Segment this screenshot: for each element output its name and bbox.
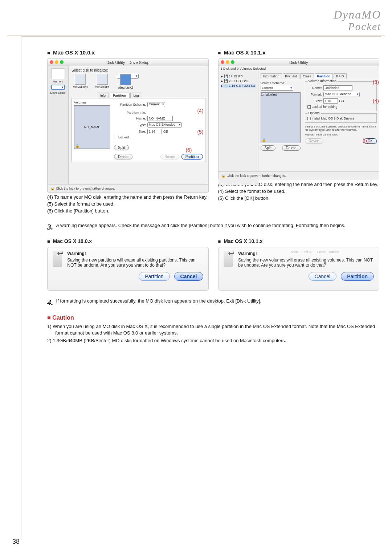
volumes-label: Volumes: [74, 101, 110, 104]
cancel-button[interactable]: Cancel [309, 272, 337, 281]
warning-dialog-100x: Warning! Saving the new partitions will … [47, 247, 209, 291]
brand-line1: DynaMO [334, 8, 381, 21]
callout-5: (5) [197, 129, 203, 135]
page-number: 38 [12, 538, 20, 546]
options-title: Options [307, 111, 321, 115]
zoom-icon[interactable] [231, 60, 234, 64]
screenshot-disk-utility-101x: Disk Utility 1 Disk and 0 Volumes Select… [218, 58, 380, 180]
disk-arrow-icon [224, 251, 233, 267]
tab-info[interactable]: Info [97, 93, 109, 98]
tab-erase[interactable]: Erase [300, 73, 314, 79]
split-button[interactable]: Split [114, 145, 129, 150]
warning-dialog-101x: ationFirst AidEraseartition Warning! Sav… [218, 247, 380, 291]
dialog-body: Saving the new partitions will erase all… [67, 258, 195, 268]
partition-button[interactable]: Partition [341, 272, 374, 281]
dialog-left-heading: ■ Mac OS X 10.0.x [47, 238, 209, 244]
revert-button: Revert [305, 138, 323, 144]
revert-button: Revert [160, 154, 179, 159]
partition-button[interactable]: Partition [181, 154, 203, 159]
window-titlebar: Disk Utility [219, 59, 379, 66]
name-input[interactable]: NO_NAME [147, 116, 173, 121]
step-3: 3. A warning message appears. Check the … [47, 222, 379, 232]
close-icon[interactable] [221, 60, 224, 64]
size-input[interactable]: 1.16 [147, 129, 162, 134]
disk2[interactable]: /dev/disk2 [117, 74, 139, 79]
volume-map[interactable]: Unlabeled🔒 [261, 92, 301, 143]
traffic-lights[interactable] [221, 60, 234, 64]
disk1[interactable]: /dev/disk1 [95, 74, 110, 89]
dialog-right-heading: ■ Mac OS X 10.1.x [218, 238, 380, 244]
tab-partition[interactable]: Partition [110, 93, 130, 98]
sidebar-drivesetup[interactable]: Drive Setup [49, 85, 67, 94]
tab-partition[interactable]: Partition [315, 73, 333, 79]
sidebar-firstaid[interactable]: First Aid [49, 68, 67, 83]
left-steps: (4) To name your MO disk, entering the n… [47, 194, 209, 214]
padlock-icon: 🔓 [221, 174, 225, 178]
hint-text-2: You can initialize this disk. [305, 133, 377, 136]
content-area: ■ Mac OS X 10.0.x Disk Utility - Drive S… [47, 47, 379, 345]
name-input[interactable]: Unlabeled [323, 85, 352, 90]
callout-5: (5) [363, 138, 369, 143]
dialog-title: Warning! [67, 251, 203, 256]
traffic-lights[interactable] [50, 60, 64, 64]
cancel-button[interactable]: Cancel [174, 272, 203, 281]
header-divider [7, 35, 385, 36]
padlock-icon: 🔓 [50, 187, 54, 190]
screenshot-disk-utility-100x: Disk Utility - Drive Setup First Aid Dri… [47, 58, 209, 193]
tab-firstaid[interactable]: First Aid [283, 73, 300, 79]
scheme-select[interactable]: Current [147, 102, 165, 107]
dialog-body: Saving the new volumes will erase all ex… [238, 258, 373, 268]
step-4: 4. If formatting is completed successful… [47, 298, 379, 307]
disk-arrow-icon [53, 251, 62, 267]
brand-line2: Pocket [334, 21, 381, 33]
right-section-heading: ■ Mac OS X 10.1.x [218, 49, 380, 56]
disk0[interactable]: /dev/disk0 [73, 74, 88, 89]
tree-item[interactable]: ▶💾 19.15 GB [221, 74, 256, 78]
callout-6: (6) [185, 147, 192, 153]
install-drivers-checkbox[interactable]: Install Mac OS 9 Disk Drivers [307, 117, 375, 120]
sidebar-header: 1 Disk and 0 Volumes Selected [219, 66, 379, 71]
minimize-icon[interactable] [226, 60, 229, 64]
tree-item[interactable]: ▶💾 7.87 GB IBM- [221, 79, 256, 83]
window-titlebar: Disk Utility - Drive Setup [48, 59, 208, 66]
lock-footer[interactable]: 🔓Click the lock to prevent further chang… [48, 184, 208, 193]
window-title: Disk Utility [289, 60, 308, 65]
left-section-heading: ■ Mac OS X 10.0.x [47, 49, 209, 56]
delete-button[interactable]: Delete [282, 145, 301, 151]
type-select[interactable]: Mac OS Extended [147, 122, 182, 127]
format-select[interactable]: Mac OS Extended [323, 92, 360, 97]
split-button[interactable]: Split [261, 145, 275, 151]
locked-checkbox[interactable]: Locked [114, 135, 203, 139]
lock-footer[interactable]: 🔓Click the lock to prevent further chang… [219, 171, 379, 180]
ghost-tabs: ationFirst AidEraseartition [291, 250, 376, 254]
tab-information[interactable]: Information [261, 73, 282, 79]
tree-item[interactable]: ▶💿 1.16 GB FUJITSU [221, 84, 256, 88]
locked-checkbox[interactable]: Locked for editing [307, 105, 375, 109]
zoom-icon[interactable] [60, 60, 64, 64]
vscheme-select[interactable]: Current [261, 86, 293, 91]
sidebar: First Aid Drive Setup [48, 66, 69, 193]
window-title: Disk Utility - Drive Setup [106, 60, 150, 65]
minimize-icon[interactable] [55, 60, 58, 64]
volume-info-title: Volume Information [307, 79, 338, 83]
select-disk-label: Select disk to initialize: [72, 68, 205, 72]
volume-map[interactable]: NO_NAME🔒 [74, 105, 110, 149]
disk-tree: ▶💾 19.15 GB ▶💾 7.87 GB IBM- ▶💿 1.16 GB F… [219, 71, 258, 185]
tab-raid[interactable]: RAID [334, 73, 347, 79]
tab-log[interactable]: Log [130, 93, 142, 98]
lock-icon: 🔒 [75, 144, 79, 148]
delete-button[interactable]: Delete [114, 154, 132, 159]
callout-3: (3) [373, 79, 379, 85]
caution-heading: ■ Caution [47, 315, 379, 321]
caution-list: 1) When you are using an MO disk in Mac … [47, 323, 379, 344]
close-icon[interactable] [50, 60, 53, 64]
page-header: DynaMO Pocket [334, 8, 381, 33]
partition-button[interactable]: Partition [139, 272, 170, 281]
lock-icon: 🔒 [262, 138, 266, 142]
callout-4: (4) [373, 98, 379, 104]
hint-text: Select a volume scheme, choose a volume … [305, 125, 377, 131]
callout-4: (4) [197, 108, 203, 114]
vscheme-label: Volume Scheme: [261, 81, 301, 85]
size-input[interactable]: 1.16 [323, 98, 338, 104]
